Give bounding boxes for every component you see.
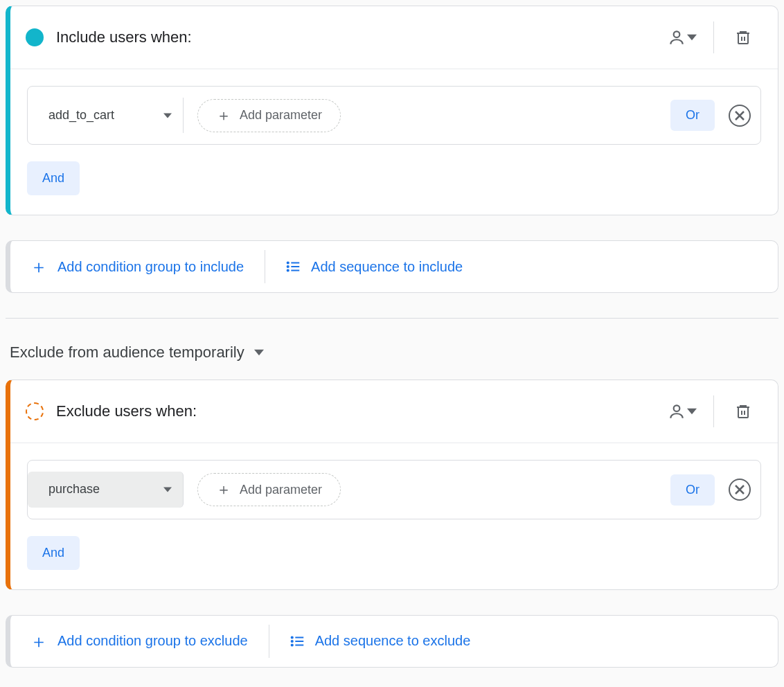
svg-point-2 xyxy=(287,262,289,264)
delete-group-button[interactable] xyxy=(728,22,758,53)
parameter-area: ＋ Add parameter xyxy=(197,99,657,132)
sequence-icon xyxy=(290,634,305,649)
or-button[interactable]: Or xyxy=(670,100,715,131)
exclude-condition-card: Exclude users when: purchase ＋ Add param… xyxy=(6,380,778,589)
add-sequence-label: Add sequence to include xyxy=(311,259,463,275)
or-button[interactable]: Or xyxy=(670,474,715,506)
sequence-icon xyxy=(286,259,301,274)
add-sequence-include-button[interactable]: Add sequence to include xyxy=(278,248,471,286)
condition-scope-dropdown[interactable] xyxy=(665,23,700,52)
include-card-body: add_to_cart ＋ Add parameter Or And xyxy=(10,69,778,215)
add-condition-group-label: Add condition group to include xyxy=(57,259,244,275)
chevron-down-icon xyxy=(687,407,697,416)
divider xyxy=(713,21,714,53)
trash-icon xyxy=(735,28,751,46)
include-card-header: Include users when: xyxy=(10,6,778,69)
include-action-bar: ＋ Add condition group to include Add seq… xyxy=(6,240,778,293)
plus-icon: ＋ xyxy=(30,632,48,650)
svg-point-9 xyxy=(291,644,292,645)
chevron-down-icon xyxy=(163,487,172,492)
chevron-down-icon xyxy=(163,113,172,118)
add-parameter-button[interactable]: ＋ Add parameter xyxy=(197,473,341,506)
exclude-card-header: Exclude users when: xyxy=(10,380,778,443)
plus-icon: ＋ xyxy=(216,108,231,123)
add-condition-group-label: Add condition group to exclude xyxy=(57,633,248,649)
include-indicator-icon xyxy=(26,28,44,46)
section-divider xyxy=(6,318,778,319)
condition-row: purchase ＋ Add parameter Or xyxy=(27,460,761,519)
svg-rect-6 xyxy=(738,407,748,418)
plus-icon: ＋ xyxy=(216,482,231,497)
svg-point-7 xyxy=(291,636,292,638)
add-parameter-button[interactable]: ＋ Add parameter xyxy=(197,99,341,132)
divider xyxy=(269,625,269,658)
delete-group-button[interactable] xyxy=(728,396,758,427)
add-condition-group-include-button[interactable]: ＋ Add condition group to include xyxy=(21,247,252,287)
exclude-mode-dropdown[interactable]: Exclude from audience temporarily xyxy=(6,344,778,380)
exclude-action-bar: ＋ Add condition group to exclude Add seq… xyxy=(6,615,778,668)
include-header-title: Include users when: xyxy=(56,28,665,46)
exclude-header-title: Exclude users when: xyxy=(56,402,665,420)
event-name: purchase xyxy=(48,481,100,497)
trash-icon xyxy=(735,402,751,420)
svg-point-8 xyxy=(291,641,292,642)
add-parameter-label: Add parameter xyxy=(240,483,322,497)
divider xyxy=(713,395,714,427)
add-sequence-exclude-button[interactable]: Add sequence to exclude xyxy=(282,622,479,660)
person-icon xyxy=(668,402,686,420)
event-selector[interactable]: add_to_cart xyxy=(28,98,184,133)
event-selector[interactable]: purchase xyxy=(28,472,184,507)
remove-condition-button[interactable] xyxy=(729,479,751,501)
svg-point-3 xyxy=(287,266,289,267)
chevron-down-icon xyxy=(687,33,697,42)
exclude-indicator-icon xyxy=(26,402,44,420)
add-condition-group-exclude-button[interactable]: ＋ Add condition group to exclude xyxy=(21,621,256,661)
svg-point-4 xyxy=(287,270,289,271)
divider xyxy=(265,250,265,283)
plus-icon: ＋ xyxy=(30,258,48,276)
svg-rect-1 xyxy=(738,33,748,44)
include-condition-card: Include users when: add_to_cart ＋ Add pa… xyxy=(6,6,778,215)
svg-point-0 xyxy=(674,31,680,37)
close-icon xyxy=(734,484,745,495)
parameter-area: ＋ Add parameter xyxy=(197,473,657,506)
exclude-card-body: purchase ＋ Add parameter Or And xyxy=(10,443,778,589)
chevron-down-icon xyxy=(254,349,264,356)
condition-scope-dropdown[interactable] xyxy=(665,397,700,426)
svg-point-5 xyxy=(674,406,680,412)
include-header-actions xyxy=(665,21,758,53)
and-button[interactable]: And xyxy=(27,536,80,570)
close-icon xyxy=(734,110,745,121)
exclude-header-actions xyxy=(665,395,758,427)
add-parameter-label: Add parameter xyxy=(240,108,322,123)
and-button[interactable]: And xyxy=(27,161,80,195)
add-sequence-label: Add sequence to exclude xyxy=(315,633,471,649)
person-icon xyxy=(668,28,686,46)
event-name: add_to_cart xyxy=(48,107,114,123)
exclude-mode-label: Exclude from audience temporarily xyxy=(10,344,244,362)
condition-row: add_to_cart ＋ Add parameter Or xyxy=(27,86,761,145)
remove-condition-button[interactable] xyxy=(729,105,751,127)
